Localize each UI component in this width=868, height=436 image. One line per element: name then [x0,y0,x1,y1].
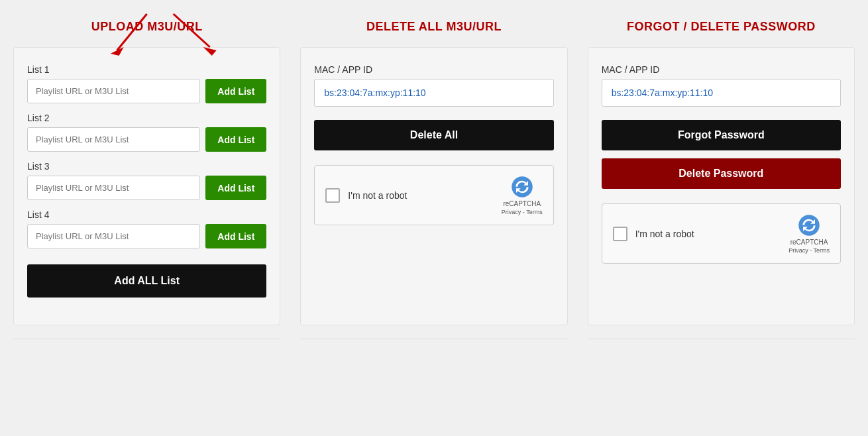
list2-label: List 2 [27,113,266,123]
delete-mac-input[interactable] [314,79,553,107]
list1-label: List 1 [27,64,266,75]
list2-input[interactable] [27,127,200,152]
forgot-divider [588,339,855,339]
add-all-button[interactable]: Add ALL List [27,264,266,298]
forgot-captcha-links: Privacy - Terms [788,247,830,254]
delete-captcha-label: I'm not a robot [348,190,407,201]
forgot-password-button[interactable]: Forgot Password [602,120,841,150]
delete-recaptcha-icon [510,175,534,199]
list4-add-button[interactable]: Add List [205,224,266,248]
list3-add-button[interactable]: Add List [205,176,266,200]
delete-section: DELETE ALL M3U/URL MAC / APP ID Delete A… [300,20,567,339]
upload-section: UPLOAD M3U/URL List 1 Add List List 2 [13,20,280,339]
list1-add-button[interactable]: Add List [205,79,266,103]
delete-captcha-links: Privacy - Terms [502,209,543,215]
forgot-captcha-right: reCAPTCHA Privacy - Terms [788,213,830,254]
list3-row: Add List [27,176,266,200]
forgot-card: MAC / APP ID Forgot Password Delete Pass… [588,47,855,325]
delete-all-button[interactable]: Delete All [314,120,553,150]
upload-card-wrapper: List 1 Add List List 2 Add List List 3 A… [13,47,280,325]
delete-mac-label: MAC / APP ID [314,64,553,75]
delete-captcha-checkbox[interactable] [325,188,340,203]
forgot-captcha-box: I'm not a robot reCAPTCHA Privacy - Term… [602,203,841,264]
upload-divider [13,339,280,339]
list1-row: Add List [27,79,266,103]
forgot-captcha-label: I'm not a robot [635,229,694,239]
delete-card: MAC / APP ID Delete All I'm not a robot … [300,47,567,325]
list1-input[interactable] [27,79,200,103]
main-container: UPLOAD M3U/URL List 1 Add List List 2 [13,20,855,339]
upload-title: UPLOAD M3U/URL [91,20,203,34]
forgot-title: FORGOT / DELETE PASSWORD [627,20,816,34]
delete-captcha-right: reCAPTCHA Privacy - Terms [502,175,543,215]
delete-title: DELETE ALL M3U/URL [366,20,502,34]
delete-recaptcha-brand: reCAPTCHA [503,200,541,207]
list4-label: List 4 [27,209,266,220]
forgot-captcha-left: I'm not a robot [613,227,694,241]
delete-captcha-box: I'm not a robot reCAPTCHA Privacy - Term… [314,165,553,225]
forgot-captcha-checkbox[interactable] [613,227,627,241]
forgot-recaptcha-brand: reCAPTCHA [790,239,828,246]
forgot-mac-input[interactable] [602,79,841,107]
list3-input[interactable] [27,176,200,200]
list4-input[interactable] [27,224,200,248]
list2-add-button[interactable]: Add List [205,127,266,152]
list3-label: List 3 [27,161,266,172]
delete-password-button[interactable]: Delete Password [602,158,841,189]
delete-captcha-left: I'm not a robot [325,188,407,203]
forgot-recaptcha-icon [797,213,821,237]
delete-divider [300,339,567,339]
forgot-mac-label: MAC / APP ID [602,64,841,75]
list4-row: Add List [27,224,266,248]
forgot-section: FORGOT / DELETE PASSWORD MAC / APP ID Fo… [588,20,855,339]
upload-card: List 1 Add List List 2 Add List List 3 A… [13,47,280,325]
list2-row: Add List [27,127,266,152]
